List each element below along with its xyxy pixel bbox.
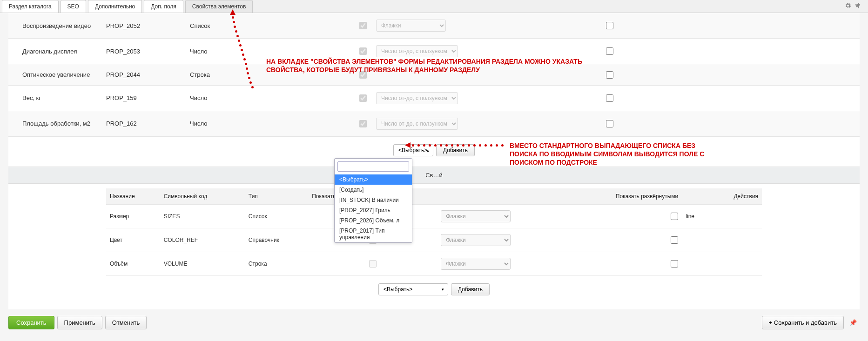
- properties-table: Воспроизведение видеоPROP_2052СписокФлаж…: [8, 13, 860, 137]
- sub-display-mode: [682, 228, 709, 252]
- sub-expanded-checkbox[interactable]: [671, 260, 678, 267]
- sub-display-select[interactable]: Флажки: [441, 234, 511, 246]
- sub-display-mode: line: [682, 204, 709, 228]
- table-row: ОбъёмVOLUMEСтрокаФлажки: [106, 252, 762, 275]
- sub-properties-table: Название Символьный код Тип Показать в у…: [106, 188, 762, 276]
- smart-filter-checkbox[interactable]: [359, 120, 367, 127]
- sub-type: Строка: [245, 252, 308, 275]
- save-and-add-button[interactable]: + Сохранить и добавить: [762, 316, 844, 329]
- smart-filter-checkbox[interactable]: [359, 94, 367, 102]
- table-row: Оптическое увеличениеPROP_2044Строка: [8, 64, 860, 86]
- tab-seo[interactable]: SEO: [61, 0, 86, 13]
- smart-filter-checkbox[interactable]: [359, 71, 367, 79]
- table-row: Воспроизведение видеоPROP_2052СписокФлаж…: [8, 13, 860, 39]
- tab-bar: Раздел каталога SEO Дополнительно Доп. п…: [0, 0, 868, 13]
- save-button[interactable]: Сохранить: [8, 316, 54, 329]
- sub-expanded-checkbox[interactable]: [671, 236, 678, 244]
- gear-icon[interactable]: [845, 2, 851, 10]
- popup-option-list: <Выбрать>[Создать][IN_STOCK] В наличии[P…: [335, 174, 412, 242]
- sub-display-select[interactable]: Флажки: [441, 258, 511, 270]
- table-row: Площадь обработки, м2PROP_162ЧислоЧисло …: [8, 111, 860, 136]
- display-select[interactable]: Флажки: [376, 20, 446, 32]
- caret-down-icon: ▾: [442, 287, 444, 292]
- prop-type: Число: [185, 111, 325, 136]
- footer-bar: Сохранить Применить Отменить + Сохранить…: [0, 309, 868, 336]
- prop-name: Диагональ дисплея: [8, 39, 101, 64]
- sub-type: Список: [245, 204, 308, 228]
- apply-button[interactable]: Применить: [57, 316, 102, 329]
- prop-type: Список: [185, 13, 325, 39]
- popup-option[interactable]: [Создать]: [335, 185, 412, 195]
- popup-option[interactable]: <Выбрать>: [335, 174, 412, 185]
- section-header: Св…й: [8, 167, 860, 184]
- tab-catalog-section[interactable]: Раздел каталога: [2, 0, 59, 13]
- smart-filter-checkbox[interactable]: [359, 47, 367, 55]
- table-row: Диагональ дисплеяPROP_2053ЧислоЧисло от-…: [8, 39, 860, 64]
- sub-name: Объём: [106, 252, 160, 275]
- prop-name: Оптическое увеличение: [8, 64, 101, 86]
- prop-code: PROP_159: [101, 85, 185, 111]
- prop-name: Воспроизведение видео: [8, 13, 101, 39]
- select-property-dropdown[interactable]: <Выбрать> ▴: [393, 144, 433, 156]
- add-button[interactable]: Добавить: [436, 144, 475, 156]
- table-row: ЦветCOLOR_REFСправочникФлажки: [106, 228, 762, 252]
- sub-code: SIZES: [160, 204, 245, 228]
- cancel-button[interactable]: Отменить: [105, 316, 147, 329]
- caret-up-icon: ▴: [427, 148, 429, 153]
- prop-name: Вес, кг: [8, 85, 101, 111]
- popup-option[interactable]: [PROP_2026] Объем, л: [335, 215, 412, 226]
- sub-th-empty1: [437, 188, 565, 205]
- sub-select-label: <Выбрать>: [384, 286, 412, 293]
- sub-th-name: Название: [106, 188, 160, 205]
- sub-smartfilter-checkbox[interactable]: [369, 260, 377, 267]
- display-select[interactable]: Число от-до, с ползунком: [376, 92, 458, 104]
- prop-type: Число: [185, 39, 325, 64]
- sub-th-code: Символьный код: [160, 188, 245, 205]
- display-select[interactable]: Число от-до, с ползунком: [376, 118, 458, 130]
- popup-option[interactable]: [IN_STOCK] В наличии: [335, 195, 412, 205]
- tab-extra-fields[interactable]: Доп. поля: [144, 0, 183, 13]
- sub-name: Размер: [106, 204, 160, 228]
- sub-th-actions: Действия: [709, 188, 762, 205]
- sub-expanded-checkbox[interactable]: [671, 213, 678, 220]
- pin-icon[interactable]: [855, 2, 861, 10]
- sub-name: Цвет: [106, 228, 160, 252]
- expanded-checkbox[interactable]: [606, 120, 613, 127]
- search-input[interactable]: [337, 161, 409, 172]
- table-row: РазмерSIZESСписокФлажкиline: [106, 204, 762, 228]
- prop-code: PROP_162: [101, 111, 185, 136]
- sub-type: Справочник: [245, 228, 308, 252]
- sub-display-mode: [682, 252, 709, 275]
- sub-code: COLOR_REF: [160, 228, 245, 252]
- sub-th-expanded: Показать развёрнутыми: [565, 188, 682, 205]
- prop-type: Строка: [185, 64, 325, 86]
- sub-th-type: Тип: [245, 188, 308, 205]
- popup-option[interactable]: [PROP_2027] Гриль: [335, 205, 412, 215]
- expanded-checkbox[interactable]: [606, 94, 613, 102]
- sub-display-select[interactable]: Флажки: [441, 210, 511, 222]
- prop-code: PROP_2053: [101, 39, 185, 64]
- expanded-checkbox[interactable]: [606, 47, 613, 55]
- footer-pin-icon[interactable]: 📌: [847, 319, 860, 326]
- smart-filter-checkbox[interactable]: [359, 22, 367, 29]
- prop-code: PROP_2044: [101, 64, 185, 86]
- popup-option[interactable]: [PROP_2017] Тип управления: [335, 226, 412, 242]
- sub-select-dropdown[interactable]: <Выбрать> ▾: [378, 283, 448, 295]
- sub-code: VOLUME: [160, 252, 245, 275]
- tab-additional[interactable]: Дополнительно: [88, 0, 142, 13]
- sub-th-display: [682, 188, 709, 205]
- tab-element-properties[interactable]: Свойства элементов: [185, 0, 253, 13]
- select-label: <Выбрать>: [398, 147, 427, 154]
- prop-type: Число: [185, 85, 325, 111]
- prop-name: Площадь обработки, м2: [8, 111, 101, 136]
- display-select[interactable]: Число от-до, с ползунком: [376, 45, 458, 57]
- expanded-checkbox[interactable]: [606, 22, 613, 29]
- sub-add-button[interactable]: Добавить: [451, 283, 490, 295]
- expanded-checkbox[interactable]: [606, 71, 613, 79]
- table-row: Вес, кгPROP_159ЧислоЧисло от-до, с ползу…: [8, 85, 860, 111]
- search-popup: <Выбрать>[Создать][IN_STOCK] В наличии[P…: [334, 158, 412, 243]
- prop-code: PROP_2052: [101, 13, 185, 39]
